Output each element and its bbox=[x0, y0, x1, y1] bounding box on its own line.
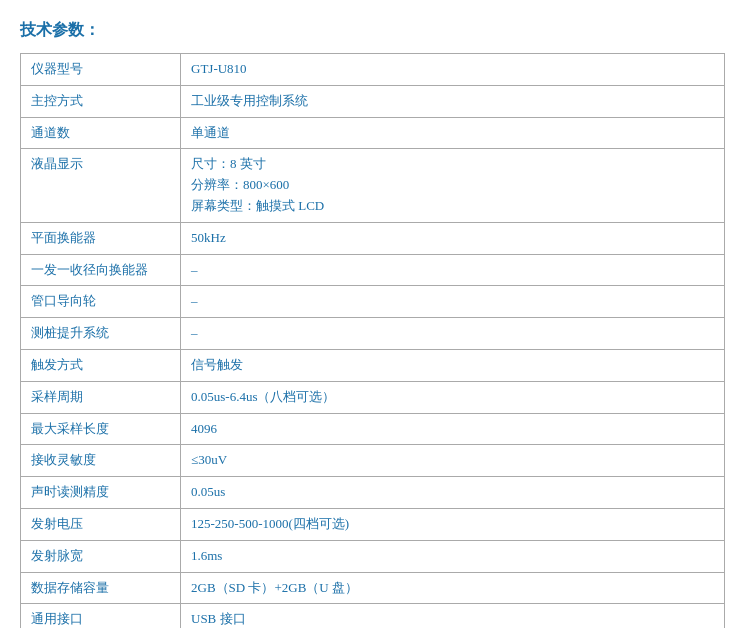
row-label: 主控方式 bbox=[21, 85, 181, 117]
table-row: 仪器型号GTJ-U810 bbox=[21, 54, 725, 86]
row-value: 0.05us bbox=[181, 477, 725, 509]
table-row: 液晶显示尺寸：8 英寸分辨率：800×600屏幕类型：触摸式 LCD bbox=[21, 149, 725, 222]
table-row: 接收灵敏度≤30uV bbox=[21, 445, 725, 477]
row-label: 触发方式 bbox=[21, 349, 181, 381]
row-value: – bbox=[181, 254, 725, 286]
row-label: 发射电压 bbox=[21, 508, 181, 540]
row-value: 125-250-500-1000(四档可选) bbox=[181, 508, 725, 540]
row-value: GTJ-U810 bbox=[181, 54, 725, 86]
row-label: 管口导向轮 bbox=[21, 286, 181, 318]
specs-table: 仪器型号GTJ-U810主控方式工业级专用控制系统通道数单通道液晶显示尺寸：8 … bbox=[20, 53, 725, 628]
table-row: 一发一收径向换能器– bbox=[21, 254, 725, 286]
row-label: 仪器型号 bbox=[21, 54, 181, 86]
row-value: – bbox=[181, 318, 725, 350]
row-value: 2GB（SD 卡）+2GB（U 盘） bbox=[181, 572, 725, 604]
table-row: 采样周期0.05us-6.4us（八档可选） bbox=[21, 381, 725, 413]
row-label: 发射脉宽 bbox=[21, 540, 181, 572]
row-value: 4096 bbox=[181, 413, 725, 445]
row-value: 信号触发 bbox=[181, 349, 725, 381]
table-row: 通道数单通道 bbox=[21, 117, 725, 149]
table-row: 平面换能器50kHz bbox=[21, 222, 725, 254]
row-value: – bbox=[181, 286, 725, 318]
row-label: 通道数 bbox=[21, 117, 181, 149]
table-row: 通用接口USB 接口 bbox=[21, 604, 725, 628]
table-row: 管口导向轮– bbox=[21, 286, 725, 318]
page-title: 技术参数： bbox=[20, 20, 725, 41]
table-row: 发射脉宽1.6ms bbox=[21, 540, 725, 572]
table-row: 发射电压125-250-500-1000(四档可选) bbox=[21, 508, 725, 540]
row-label: 采样周期 bbox=[21, 381, 181, 413]
table-row: 主控方式工业级专用控制系统 bbox=[21, 85, 725, 117]
row-label: 最大采样长度 bbox=[21, 413, 181, 445]
table-row: 触发方式信号触发 bbox=[21, 349, 725, 381]
row-label: 一发一收径向换能器 bbox=[21, 254, 181, 286]
row-label: 声时读测精度 bbox=[21, 477, 181, 509]
row-value: 工业级专用控制系统 bbox=[181, 85, 725, 117]
table-row: 测桩提升系统– bbox=[21, 318, 725, 350]
row-label: 接收灵敏度 bbox=[21, 445, 181, 477]
table-row: 数据存储容量2GB（SD 卡）+2GB（U 盘） bbox=[21, 572, 725, 604]
row-label: 数据存储容量 bbox=[21, 572, 181, 604]
row-value: 50kHz bbox=[181, 222, 725, 254]
row-label: 通用接口 bbox=[21, 604, 181, 628]
row-value: 尺寸：8 英寸分辨率：800×600屏幕类型：触摸式 LCD bbox=[181, 149, 725, 222]
row-label: 测桩提升系统 bbox=[21, 318, 181, 350]
row-value: USB 接口 bbox=[181, 604, 725, 628]
table-row: 最大采样长度4096 bbox=[21, 413, 725, 445]
row-label: 平面换能器 bbox=[21, 222, 181, 254]
row-value: 0.05us-6.4us（八档可选） bbox=[181, 381, 725, 413]
row-value: ≤30uV bbox=[181, 445, 725, 477]
row-label: 液晶显示 bbox=[21, 149, 181, 222]
table-row: 声时读测精度0.05us bbox=[21, 477, 725, 509]
row-value: 1.6ms bbox=[181, 540, 725, 572]
row-value: 单通道 bbox=[181, 117, 725, 149]
